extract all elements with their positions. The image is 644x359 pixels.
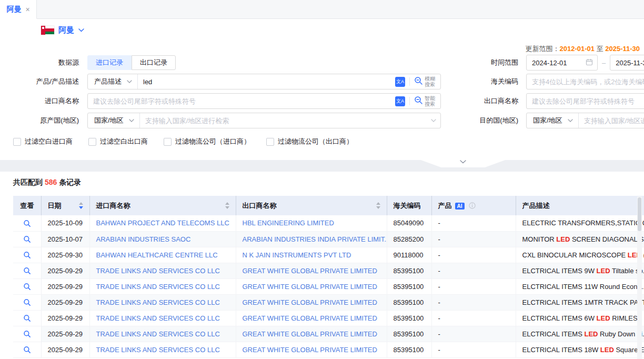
chevron-down-icon[interactable] [78, 28, 84, 32]
time-range-label: 时间范围 [463, 58, 518, 67]
page-background-band [0, 160, 644, 172]
sort-control-date[interactable] [79, 202, 83, 209]
scrollbar-thumb[interactable] [638, 197, 641, 231]
row-hs-code: 85395100 [387, 342, 431, 357]
translate-icon[interactable]: 文A [395, 77, 405, 87]
hs-code-label: 海关编码 [463, 77, 518, 86]
filter-row-importer: 进口商名称 文A 智能搜索 出口商名称 [0, 93, 644, 109]
row-date: 2025-09-29 [41, 326, 89, 342]
exporter-input[interactable] [527, 94, 644, 108]
exporter-link[interactable]: N K JAIN INSTRUMENTS PVT LTD [243, 251, 351, 259]
start-date-value: 2024-12-01 [532, 59, 567, 67]
view-record-icon[interactable] [23, 346, 31, 354]
row-product: - [431, 231, 516, 247]
checkbox-icon[interactable] [266, 138, 274, 146]
vertical-scrollbar[interactable] [637, 196, 642, 359]
product-search-input[interactable] [138, 74, 391, 89]
divider [409, 97, 410, 105]
country-name[interactable]: 阿曼 [58, 25, 74, 35]
exporter-link[interactable]: GREAT WHITE GLOBAL PRIVATE LIMITED [243, 298, 377, 306]
table-body: 2025-10-09BAHWAN PROJECT AND TELECOMS LL… [13, 215, 644, 357]
tab-oman[interactable]: 阿曼 × [0, 0, 37, 19]
filter-checkbox[interactable]: 过滤空白出口商 [88, 137, 148, 146]
destination-label: 目的国(地区) [463, 116, 518, 125]
header-exporter: 出口商名称 [236, 196, 387, 215]
row-product: - [431, 278, 516, 294]
view-record-icon[interactable] [23, 220, 31, 227]
checkbox-icon[interactable] [164, 138, 172, 146]
checkbox-icon[interactable] [88, 138, 96, 146]
filter-checkbox[interactable]: 过滤物流公司（进口商） [164, 137, 250, 146]
exporter-link[interactable]: GREAT WHITE GLOBAL PRIVATE LIMITED [243, 283, 377, 291]
filter-checkbox[interactable]: 过滤物流公司（出口商） [266, 137, 353, 146]
table-row: 2025-09-29TRADE LINKS AND SERVICES CO LL… [13, 278, 644, 294]
exporter-link[interactable]: GREAT WHITE GLOBAL PRIVATE LIMITED [243, 346, 377, 354]
row-description: CXL BINOCULAR MICROSCOPE LED (... [516, 247, 644, 263]
row-product: - [431, 326, 516, 342]
view-record-icon[interactable] [23, 267, 31, 275]
filter-checkbox[interactable]: 过滤空白进口商 [13, 137, 73, 146]
row-product: - [431, 263, 516, 278]
smart-search-label: 智能搜索 [425, 95, 436, 107]
origin-type-select[interactable]: 国家/地区 [88, 113, 140, 128]
destination-country-input[interactable] [579, 113, 644, 128]
product-type-select[interactable]: 产品描述 [88, 74, 138, 89]
row-product: - [431, 310, 516, 326]
country-header: 阿曼 [0, 19, 644, 41]
importer-link[interactable]: ARABIAN INDUSTRIES SAOC [96, 235, 191, 243]
start-date-input[interactable]: 2024-12-01 [526, 55, 598, 71]
origin-label: 原产国(地区) [0, 116, 79, 125]
checkbox-icon[interactable] [13, 138, 21, 146]
sort-control-importer[interactable] [225, 202, 229, 209]
view-record-icon[interactable] [23, 314, 31, 322]
translate-icon[interactable]: 文A [395, 96, 405, 106]
tab-close-icon[interactable]: × [25, 6, 29, 13]
importer-link[interactable]: TRADE LINKS AND SERVICES CO LLC [96, 346, 220, 354]
origin-country-input[interactable] [140, 113, 427, 128]
header-importer: 进口商名称 [89, 196, 236, 215]
exporter-link[interactable]: ARABIAN INDUSTRIES INDIA PRIVATE LIMIT..… [243, 235, 387, 243]
importer-link[interactable]: TRADE LINKS AND SERVICES CO LLC [96, 283, 220, 291]
table-row: 2025-09-29TRADE LINKS AND SERVICES CO LL… [13, 263, 644, 278]
row-date: 2025-10-09 [41, 215, 89, 231]
header-date: 日期 [41, 196, 89, 215]
view-record-icon[interactable] [23, 235, 31, 243]
smart-search-button[interactable]: 智能搜索 [414, 95, 436, 107]
chevron-down-icon[interactable] [431, 119, 436, 122]
view-record-icon[interactable] [23, 330, 31, 338]
importer-link[interactable]: BAHWAN PROJECT AND TELECOMS LLC [96, 219, 229, 227]
origin-select-box: 国家/地区 [87, 113, 441, 128]
update-range-end: 2025-11-30 [605, 45, 640, 53]
exporter-link[interactable]: GREAT WHITE GLOBAL PRIVATE LIMITED [243, 330, 377, 338]
import-records-tab[interactable]: 进口记录 [87, 55, 132, 70]
export-records-tab[interactable]: 出口记录 [132, 55, 176, 70]
row-hs-code: 85395100 [387, 278, 431, 294]
view-record-icon[interactable] [23, 251, 31, 259]
ai-badge: AI [455, 203, 465, 210]
sort-control-exporter[interactable] [376, 202, 380, 209]
info-icon[interactable] [469, 202, 476, 209]
importer-input[interactable] [88, 94, 391, 108]
importer-link[interactable]: TRADE LINKS AND SERVICES CO LLC [96, 298, 220, 306]
update-range-to: 至 [597, 45, 603, 53]
importer-link[interactable]: TRADE LINKS AND SERVICES CO LLC [96, 267, 220, 275]
importer-link[interactable]: TRADE LINKS AND SERVICES CO LLC [96, 314, 220, 322]
time-range-group: 时间范围 2024-12-01 – 2025-11-30 [463, 55, 644, 71]
importer-link[interactable]: TRADE LINKS AND SERVICES CO LLC [96, 330, 220, 338]
fuzzy-search-button[interactable]: 模糊搜索 [414, 76, 436, 88]
view-record-icon[interactable] [23, 283, 31, 291]
datasource-segmented: 进口记录 出口记录 [87, 55, 176, 70]
exporter-link[interactable]: GREAT WHITE GLOBAL PRIVATE LIMITED [243, 267, 377, 275]
oman-flag-icon [41, 26, 54, 35]
view-record-icon[interactable] [23, 298, 31, 306]
importer-link[interactable]: BAHWAN HEALTHCARE CENTRE LLC [96, 251, 218, 259]
chevron-down-icon [129, 119, 134, 122]
row-product: - [431, 247, 516, 263]
hs-code-input[interactable] [527, 74, 644, 89]
chevron-down-icon [127, 80, 132, 83]
exporter-link[interactable]: GREAT WHITE GLOBAL PRIVATE LIMITED [243, 314, 377, 322]
end-date-input[interactable]: 2025-11-30 [610, 55, 644, 71]
exporter-link[interactable]: HBL ENGINEERING LIMITED [243, 219, 334, 227]
row-hs-code: 85395100 [387, 294, 431, 310]
destination-type-select[interactable]: 国家/地区 [527, 113, 579, 128]
